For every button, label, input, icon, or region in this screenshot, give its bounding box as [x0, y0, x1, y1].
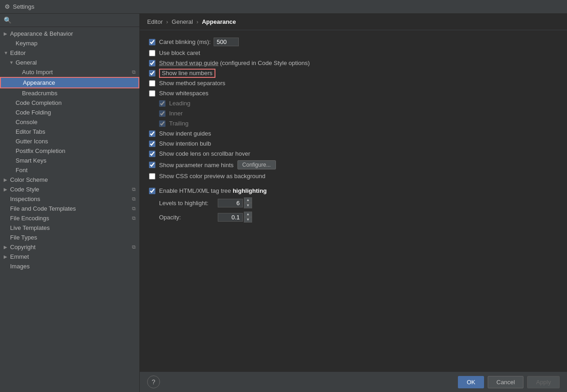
sidebar-item-appearance-behavior[interactable]: ▶ Appearance & Behavior — [0, 29, 139, 38]
method-sep-label[interactable]: Show method separators — [159, 80, 226, 87]
sidebar-item-code-completion[interactable]: Code Completion — [0, 98, 139, 108]
opacity-spinner-up[interactable]: ▲ — [244, 212, 252, 217]
option-show-line-numbers: Show line numbers — [149, 70, 558, 76]
opacity-spinner-buttons: ▲ ▼ — [244, 212, 252, 223]
param-hints-checkbox[interactable] — [149, 162, 155, 168]
sidebar-item-label: Inspections — [10, 196, 40, 202]
intention-bulb-checkbox[interactable] — [149, 141, 155, 147]
caret-blinking-input[interactable] — [214, 38, 239, 46]
sidebar-item-copyright[interactable]: ▶ Copyright ⧉ — [0, 242, 139, 252]
arrow-icon: ▶ — [4, 177, 10, 182]
indent-guides-label[interactable]: Show indent guides — [159, 130, 211, 137]
levels-spinner-up[interactable]: ▲ — [244, 197, 252, 203]
css-preview-label[interactable]: Show CSS color preview as background — [159, 173, 265, 180]
sidebar-item-label: Console — [16, 119, 38, 125]
sidebar-item-keymap[interactable]: Keymap — [0, 38, 139, 48]
code-lens-label[interactable]: Show code lens on scrollbar hover — [159, 150, 250, 157]
sidebar-item-gutter-icons[interactable]: Gutter Icons — [0, 136, 139, 146]
sidebar-item-label: Appearance — [23, 79, 55, 86]
opacity-spinner-down[interactable]: ▼ — [244, 217, 252, 223]
sidebar-item-font[interactable]: Font — [0, 165, 139, 175]
sidebar-item-images[interactable]: Images — [0, 261, 139, 271]
leading-checkbox[interactable] — [159, 100, 165, 107]
trailing-checkbox[interactable] — [159, 120, 165, 127]
sidebar-item-editor[interactable]: ▼ Editor — [0, 48, 139, 58]
copy-icon: ⧉ — [132, 244, 136, 250]
apply-button[interactable]: Apply — [527, 376, 560, 388]
option-leading: Leading — [159, 100, 558, 107]
sidebar-item-file-code-templates[interactable]: File and Code Templates ⧉ — [0, 204, 139, 213]
sidebar-item-code-folding[interactable]: Code Folding — [0, 108, 139, 117]
line-numbers-checkbox[interactable] — [149, 70, 155, 76]
hard-wrap-checkbox[interactable] — [149, 60, 155, 66]
sidebar-item-file-encodings[interactable]: File Encodings ⧉ — [0, 213, 139, 223]
arrow-icon: ▶ — [4, 245, 10, 250]
caret-blinking-label[interactable]: Caret blinking (ms): — [159, 38, 211, 45]
html-xml-checkbox[interactable] — [149, 188, 155, 194]
sidebar-item-color-scheme[interactable]: ▶ Color Scheme — [0, 175, 139, 185]
option-show-code-lens: Show code lens on scrollbar hover — [149, 150, 558, 157]
inner-label[interactable]: Inner — [169, 110, 183, 117]
sidebar-item-label: Code Folding — [16, 109, 51, 116]
arrow-icon: ▶ — [4, 31, 10, 36]
help-button[interactable]: ? — [147, 376, 160, 388]
sidebar-item-inspections[interactable]: Inspections ⧉ — [0, 194, 139, 204]
block-caret-label[interactable]: Use block caret — [159, 49, 200, 56]
sidebar-item-label: Font — [16, 167, 28, 174]
option-use-block-caret: Use block caret — [149, 49, 558, 56]
window-title: Settings — [13, 3, 34, 10]
sidebar: 🔍 ▶ Appearance & Behavior Keymap ▼ Edito… — [0, 14, 140, 392]
sidebar-item-editor-tabs[interactable]: Editor Tabs — [0, 127, 139, 136]
hard-wrap-label[interactable]: Show hard wrap guide (configured in Code… — [159, 60, 310, 66]
line-numbers-label[interactable]: Show line numbers — [159, 70, 215, 76]
caret-blinking-checkbox[interactable] — [149, 39, 155, 45]
sidebar-item-console[interactable]: Console — [0, 117, 139, 127]
search-input[interactable] — [14, 17, 136, 24]
copy-icon: ⧉ — [132, 215, 136, 221]
css-preview-checkbox[interactable] — [149, 173, 155, 180]
sidebar-item-auto-import[interactable]: Auto Import ⧉ — [0, 67, 139, 77]
levels-spinner-input[interactable] — [218, 199, 243, 207]
param-hints-label[interactable]: Show parameter name hints — [159, 162, 234, 169]
content-area: Editor › General › Appearance Caret blin… — [140, 14, 567, 392]
sidebar-item-breadcrumbs[interactable]: Breadcrumbs — [0, 88, 139, 98]
ok-button[interactable]: OK — [458, 376, 484, 388]
sidebar-item-code-style[interactable]: ▶ Code Style ⧉ — [0, 185, 139, 194]
whitespaces-label[interactable]: Show whitespaces — [159, 90, 209, 97]
sidebar-item-label: Gutter Icons — [16, 138, 48, 145]
option-show-whitespaces: Show whitespaces — [149, 90, 558, 97]
caret-blinking-input-wrap — [214, 38, 239, 46]
inner-checkbox[interactable] — [159, 110, 165, 117]
cancel-button[interactable]: Cancel — [488, 376, 523, 388]
sidebar-item-label: Editor Tabs — [16, 128, 45, 135]
configure-button[interactable]: Configure... — [237, 160, 276, 169]
sidebar-item-label: Appearance & Behavior — [10, 30, 73, 37]
arrow-icon: ▶ — [4, 254, 10, 259]
method-sep-checkbox[interactable] — [149, 80, 155, 87]
indent-guides-checkbox[interactable] — [149, 131, 155, 137]
sidebar-item-general[interactable]: ▼ General — [0, 58, 139, 67]
sidebar-item-emmet[interactable]: ▶ Emmet — [0, 252, 139, 261]
levels-spinner-buttons: ▲ ▼ — [244, 197, 252, 208]
opacity-spinner-input[interactable] — [218, 213, 243, 222]
breadcrumb-sep-1: › — [166, 18, 168, 25]
option-enable-html-xml: Enable HTML/XML tag tree highlighting — [149, 187, 558, 194]
trailing-label[interactable]: Trailing — [169, 120, 188, 127]
sidebar-item-appearance[interactable]: Appearance — [0, 77, 139, 88]
whitespaces-checkbox[interactable] — [149, 90, 155, 97]
breadcrumb-part-1: Editor — [147, 18, 163, 25]
breadcrumb-sep-2: › — [196, 18, 198, 25]
sidebar-item-smart-keys[interactable]: Smart Keys — [0, 156, 139, 165]
code-lens-checkbox[interactable] — [149, 151, 155, 157]
sidebar-item-live-templates[interactable]: Live Templates — [0, 223, 139, 233]
sidebar-item-label: Smart Keys — [16, 157, 46, 164]
arrow-icon: ▼ — [4, 50, 10, 55]
html-xml-label[interactable]: Enable HTML/XML tag tree highlighting — [159, 187, 267, 194]
levels-spinner-wrap: ▲ ▼ — [218, 197, 252, 208]
levels-spinner-down[interactable]: ▼ — [244, 203, 252, 208]
block-caret-checkbox[interactable] — [149, 50, 155, 56]
sidebar-item-postfix-completion[interactable]: Postfix Completion — [0, 146, 139, 156]
leading-label[interactable]: Leading — [169, 100, 190, 107]
intention-bulb-label[interactable]: Show intention bulb — [159, 140, 211, 147]
sidebar-item-file-types[interactable]: File Types — [0, 233, 139, 242]
